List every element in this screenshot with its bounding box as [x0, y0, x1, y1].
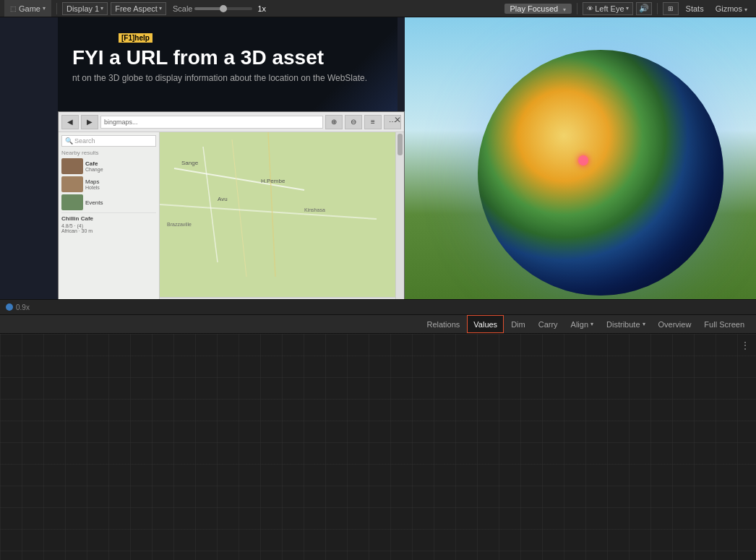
stats-button[interactable]: Stats: [682, 4, 708, 13]
globe: [478, 50, 723, 296]
eye-dropdown[interactable]: 👁 Left Eye ▾: [583, 2, 632, 15]
tab-full-screen[interactable]: Full Screen: [698, 315, 750, 333]
display-label: Display 1: [66, 4, 99, 13]
zoom-indicator: [6, 303, 13, 311]
banner-subtitle: nt on the 3D globe to display informatio…: [72, 73, 383, 83]
node-editor-toolbar: Relations Values Dim Carry Align ▾ Distr…: [0, 315, 756, 334]
svg-text:H.Pembe: H.Pembe: [261, 178, 285, 184]
play-chevron: ▾: [563, 7, 566, 13]
svg-text:Kinshasa: Kinshasa: [304, 207, 325, 212]
globe-container: [460, 46, 742, 299]
aspect-chevron: ▾: [159, 5, 162, 12]
banner-title: FYI a URL from a 3D asset: [72, 46, 383, 70]
map-url-bar[interactable]: bingmaps...: [104, 119, 138, 126]
tab-overview[interactable]: Overview: [653, 315, 697, 333]
map-toolbar: ◀ ▶ bingmaps... ⊕ ⊖ ≡ ⋯ ✕: [59, 112, 404, 132]
map-terrain: Sange Avu H.Pembe Kinshasa Brazzaville: [160, 132, 404, 299]
scale-slider[interactable]: [194, 7, 252, 10]
svg-text:Brazzaville: Brazzaville: [167, 222, 192, 227]
globe-location-dot: [578, 155, 588, 165]
wires-layer: [0, 334, 756, 560]
game-tab[interactable]: ⬚ Game ▾: [4, 0, 51, 17]
grid-button[interactable]: ⊞: [663, 2, 679, 15]
top-toolbar: ⬚ Game ▾ Display 1 ▾ Free Aspect ▾ Scale…: [0, 0, 756, 17]
tab-dim[interactable]: Dim: [505, 315, 531, 333]
map-zoom-in[interactable]: ⊕: [325, 115, 343, 129]
eye-chevron: ▾: [626, 5, 629, 12]
map-search[interactable]: 🔍 Search: [61, 135, 156, 147]
gizmos-button[interactable]: Gizmos ▾: [711, 4, 752, 13]
info-banner: [F1]help FYI a URL from a 3D asset nt on…: [58, 17, 398, 111]
zoom-value: 0.9x: [16, 303, 30, 311]
scale-value: 1x: [257, 4, 266, 13]
svg-line-3: [160, 204, 377, 219]
svg-line-1: [203, 147, 218, 262]
map-back-button[interactable]: ◀: [61, 115, 79, 129]
aspect-label: Free Aspect: [115, 4, 158, 13]
display-dropdown[interactable]: Display 1 ▾: [62, 2, 108, 15]
map-close-button[interactable]: ✕: [394, 115, 401, 125]
tab-carry[interactable]: Carry: [533, 315, 564, 333]
map-forward-button[interactable]: ▶: [81, 115, 98, 129]
stats-label: Stats: [686, 4, 704, 13]
scale-label: Scale: [173, 4, 193, 13]
game-label: Game: [19, 4, 40, 13]
eye-label: Left Eye: [595, 4, 624, 13]
separator-1: [56, 3, 57, 14]
node-editor[interactable]: ⚡ Microsoft Mesh On State Changed Event …: [0, 334, 756, 560]
play-focused-button[interactable]: Play Focused ▾: [504, 4, 572, 14]
gizmos-label: Gizmos: [716, 4, 742, 13]
audio-button[interactable]: 🔊: [636, 2, 652, 15]
svg-text:Sange: Sange: [181, 160, 199, 166]
display-chevron: ▾: [100, 5, 103, 12]
zoom-bar: 0.9x: [0, 299, 756, 315]
map-left-panel: 🔍 Search Nearby results Cafe Change Maps…: [59, 132, 160, 299]
node-editor-more-button[interactable]: ⋮: [740, 340, 750, 351]
game-chevron[interactable]: ▾: [43, 5, 46, 12]
svg-line-2: [232, 139, 246, 277]
svg-line-4: [268, 132, 275, 277]
aspect-dropdown[interactable]: Free Aspect ▾: [111, 2, 166, 15]
tab-values[interactable]: Values: [467, 315, 504, 333]
tab-relations[interactable]: Relations: [421, 315, 465, 333]
separator-2: [577, 3, 577, 14]
separator-3: [657, 3, 658, 14]
scale-item: Scale 1x: [169, 0, 270, 17]
map-zoom-out[interactable]: ⊖: [345, 115, 362, 129]
play-label: Play Focused: [510, 4, 559, 13]
map-content: 🔍 Search Nearby results Cafe Change Maps…: [59, 132, 404, 299]
svg-text:Avu: Avu: [218, 196, 228, 202]
f1-help-label: [F1]help: [119, 33, 153, 43]
tab-distribute[interactable]: Distribute ▾: [601, 315, 650, 333]
map-overlay[interactable]: ◀ ▶ bingmaps... ⊕ ⊖ ≡ ⋯ ✕ 🔍 Search Nearb…: [58, 111, 405, 299]
gizmos-chevron: ▾: [744, 7, 747, 13]
tab-align[interactable]: Align ▾: [565, 315, 599, 333]
map-layers[interactable]: ≡: [364, 115, 382, 129]
viewport[interactable]: [F1]help FYI a URL from a 3D asset nt on…: [0, 17, 756, 299]
